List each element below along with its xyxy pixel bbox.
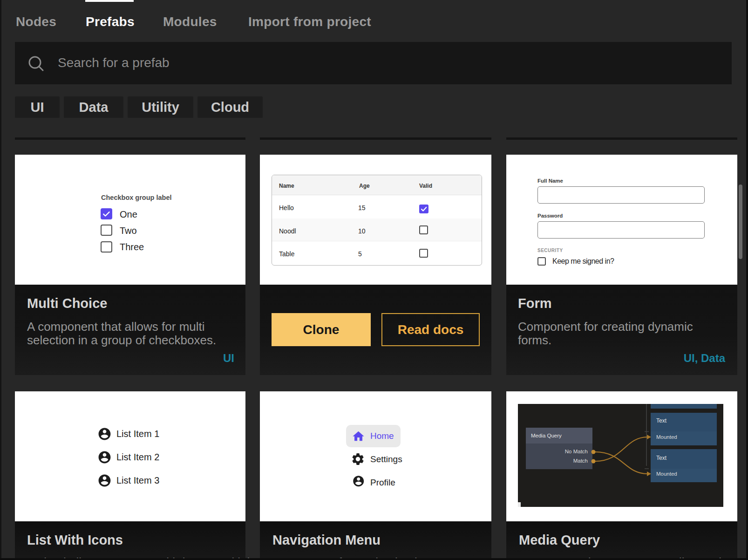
svg-text:No Match: No Match [565, 449, 588, 454]
svg-text:Text: Text [656, 455, 667, 461]
svg-text:Mounted: Mounted [656, 434, 677, 440]
svg-text:Mounted: Mounted [656, 471, 677, 477]
svg-text:Text: Text [656, 417, 667, 424]
svg-text:Media Query: Media Query [531, 433, 562, 438]
svg-text:Match: Match [573, 458, 588, 464]
